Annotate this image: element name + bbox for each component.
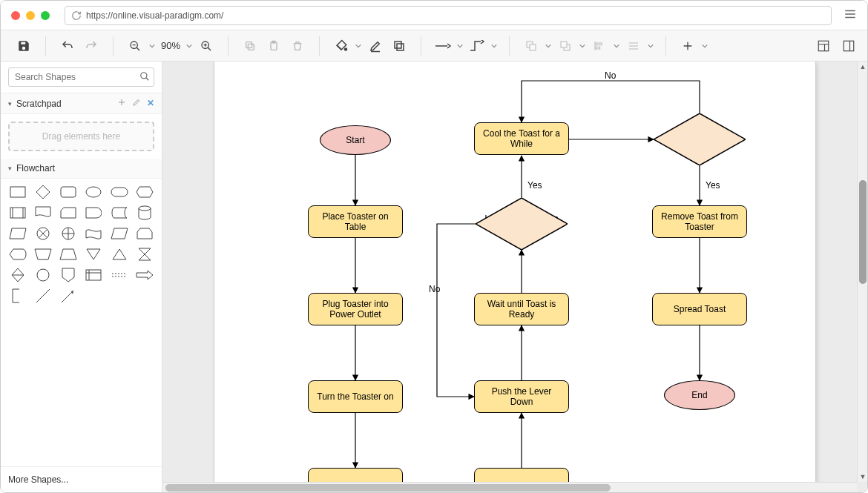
shape-sort[interactable]	[8, 268, 27, 282]
line-start-button[interactable]	[432, 35, 454, 57]
maximize-window-dot[interactable]	[41, 11, 50, 20]
shape-annotation[interactable]	[8, 288, 27, 303]
node-remove-toast[interactable]: Remove Toast from Toaster	[652, 205, 747, 238]
search-input[interactable]	[8, 67, 154, 87]
scratchpad-edit-button[interactable]	[132, 98, 141, 109]
node-spread-toast[interactable]: Spread Toast	[652, 293, 747, 325]
vscroll-thumb[interactable]	[859, 180, 867, 284]
distribute-caret[interactable]	[646, 43, 655, 49]
shape-or[interactable]	[59, 226, 78, 241]
shape-subroutine[interactable]	[8, 205, 27, 220]
to-back-caret[interactable]	[578, 43, 587, 49]
canvas-area[interactable]: Start Place Toaster on Table Plug Toaste…	[162, 62, 867, 492]
to-front-caret[interactable]	[544, 43, 553, 49]
connector-style-button[interactable]	[466, 35, 488, 57]
search-icon[interactable]	[139, 71, 150, 84]
shape-connector[interactable]	[33, 268, 53, 282]
fill-color-button[interactable]	[330, 35, 352, 57]
paste-button[interactable]	[263, 35, 285, 57]
shape-manual-operation[interactable]	[33, 247, 53, 262]
add-caret[interactable]	[700, 43, 709, 49]
vscroll-up[interactable]: ▲	[858, 62, 867, 72]
shape-cylinder[interactable]	[135, 205, 154, 220]
shape-diamond[interactable]	[33, 185, 53, 199]
node-bread-brown[interactable]: Is the bread brown enough?	[476, 198, 568, 250]
shape-collate[interactable]	[135, 247, 154, 262]
svg-line-73	[36, 289, 50, 302]
copy-button[interactable]	[239, 35, 261, 57]
scratchpad-dropzone[interactable]: Drag elements here	[8, 122, 154, 151]
shape-hexagon[interactable]	[135, 185, 154, 199]
zoom-value[interactable]: 90%	[158, 40, 183, 51]
shape-tape[interactable]	[84, 226, 103, 241]
line-color-button[interactable]	[364, 35, 387, 57]
scratchpad-toggle[interactable]: Scratchpad	[8, 99, 117, 109]
shape-delay[interactable]	[84, 205, 103, 220]
distribute-button[interactable]	[622, 35, 645, 57]
more-shapes-button[interactable]: More Shapes...	[1, 466, 162, 492]
format-panel-button[interactable]	[812, 35, 835, 57]
delete-button[interactable]	[286, 35, 309, 57]
connector-style-caret[interactable]	[490, 43, 499, 49]
node-cool-toast[interactable]: Cool the Toast for a While	[474, 122, 569, 155]
shape-stored-data[interactable]	[110, 205, 129, 220]
redo-button[interactable]	[80, 35, 102, 57]
shadow-button[interactable]	[388, 35, 410, 57]
node-start[interactable]: Start	[320, 125, 391, 155]
node-plug-toaster[interactable]: Plug Toaster into Power Outlet	[308, 293, 403, 325]
node-toast-cool[interactable]: Is the Toast cool enough?	[654, 113, 746, 165]
node-end[interactable]: End	[664, 380, 735, 410]
to-back-button[interactable]	[554, 35, 576, 57]
node-wait-ready[interactable]: Wait until Toast is Ready	[474, 293, 569, 325]
close-window-dot[interactable]	[11, 11, 20, 20]
fill-color-caret[interactable]	[354, 43, 363, 49]
save-button[interactable]	[13, 35, 35, 57]
shape-transfer[interactable]	[110, 268, 129, 282]
menu-button[interactable]	[844, 7, 857, 24]
shape-trapezoid[interactable]	[59, 247, 78, 262]
scratchpad-close-button[interactable]: ✕	[147, 98, 154, 109]
shape-display[interactable]	[8, 247, 27, 262]
undo-button[interactable]	[56, 35, 79, 57]
shape-rounded-rect[interactable]	[59, 185, 78, 199]
line-start-caret[interactable]	[456, 43, 464, 49]
shape-data[interactable]	[8, 226, 27, 241]
zoom-out-button[interactable]	[124, 35, 146, 57]
zoom-out-caret[interactable]	[148, 43, 157, 49]
shape-extract[interactable]	[110, 247, 129, 262]
vertical-scrollbar[interactable]: ▲ ▼	[857, 62, 867, 482]
zoom-value-caret[interactable]	[185, 43, 194, 49]
shape-terminator[interactable]	[110, 185, 129, 199]
align-caret[interactable]	[612, 43, 621, 49]
shape-sum[interactable]	[33, 226, 53, 241]
shape-arrow-line[interactable]	[59, 288, 78, 303]
outline-panel-button[interactable]	[838, 35, 860, 57]
shape-arrow[interactable]	[135, 268, 154, 282]
shape-internal-storage[interactable]	[84, 268, 103, 282]
shape-rectangle[interactable]	[8, 185, 27, 199]
chevron-down-icon	[579, 43, 585, 49]
scratchpad-add-button[interactable]	[117, 98, 126, 109]
shape-merge[interactable]	[84, 247, 103, 262]
node-turn-on[interactable]: Turn the Toaster on	[308, 380, 403, 413]
shape-loop-limit[interactable]	[135, 226, 154, 241]
url-bar[interactable]: https://online.visual-paradigm.com/	[65, 6, 832, 25]
to-front-button[interactable]	[520, 35, 542, 57]
shape-document[interactable]	[33, 205, 53, 220]
node-push-lever[interactable]: Push the Lever Down	[474, 380, 569, 413]
shape-card[interactable]	[59, 205, 78, 220]
align-button[interactable]	[588, 35, 611, 57]
minimize-window-dot[interactable]	[26, 11, 35, 20]
shape-parallelogram[interactable]	[110, 226, 129, 241]
hscroll-thumb[interactable]	[165, 484, 611, 492]
vscroll-down[interactable]: ▼	[858, 472, 867, 482]
horizontal-scrollbar[interactable]	[162, 482, 857, 492]
paper[interactable]: Start Place Toaster on Table Plug Toaste…	[214, 62, 815, 492]
shape-line[interactable]	[33, 288, 53, 303]
node-place-toaster[interactable]: Place Toaster on Table	[308, 205, 403, 238]
flowchart-toggle[interactable]: Flowchart	[8, 163, 154, 173]
shape-ellipse[interactable]	[84, 185, 103, 199]
shape-offpage[interactable]	[59, 268, 78, 282]
add-button[interactable]	[677, 35, 699, 57]
zoom-in-button[interactable]	[195, 35, 217, 57]
